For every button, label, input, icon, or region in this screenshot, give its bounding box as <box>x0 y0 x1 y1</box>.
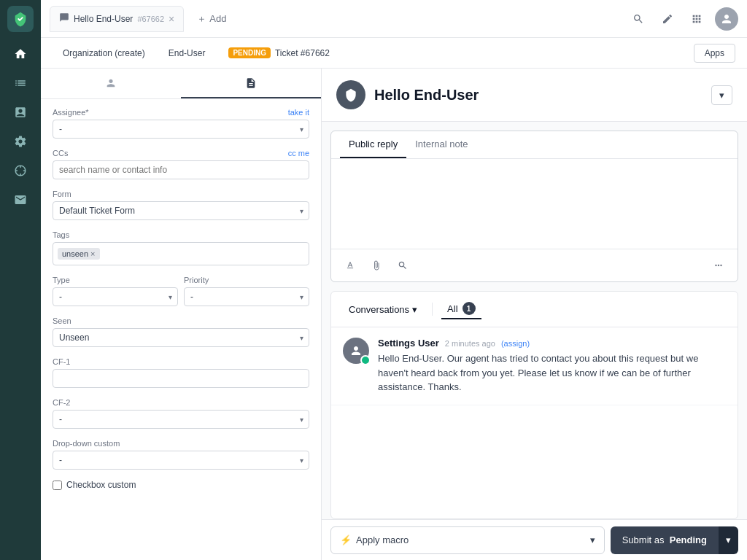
cf1-label: CF-1 <box>53 357 70 366</box>
panel-body: Assignee* take it - CCs cc me <box>41 99 321 560</box>
ticket-number-tab[interactable]: PENDING Ticket #67662 <box>218 43 340 63</box>
add-label: Add <box>209 13 226 24</box>
ticket-header: Hello End-User ▾ <box>322 69 747 122</box>
seen-select[interactable]: Unseen <box>53 328 309 347</box>
checkbox-custom-input[interactable] <box>53 481 62 490</box>
priority-select[interactable]: - <box>184 287 309 306</box>
nav-tickets-icon[interactable] <box>7 70 34 96</box>
all-tab[interactable]: All 1 <box>441 299 481 319</box>
message-text: Hello End-User. Our agent has tried to c… <box>378 351 726 394</box>
checkbox-custom-label[interactable]: Checkbox custom <box>53 480 309 490</box>
conv-divider <box>432 303 433 316</box>
ticket-dropdown-button[interactable]: ▾ <box>711 85 732 105</box>
ticket-tab-id: #67662 <box>137 15 164 23</box>
format-text-icon[interactable] <box>340 255 360 276</box>
conversations-tab[interactable]: Conversations ▾ <box>343 301 423 318</box>
avatar-status-badge <box>360 355 371 365</box>
compose-button[interactable] <box>657 8 678 30</box>
take-it-link[interactable]: take it <box>288 108 309 117</box>
nav-explore-icon[interactable] <box>7 158 34 184</box>
type-field: Type - <box>53 276 178 306</box>
macro-chevron-icon: ▾ <box>590 534 595 545</box>
internal-note-tab[interactable]: Internal note <box>406 131 476 158</box>
tab-close-icon[interactable]: × <box>169 14 174 24</box>
logo <box>7 6 34 32</box>
main-area: Hello End-User #67662 × ＋ Add Organiza <box>41 0 747 560</box>
assignee-field: Assignee* take it - <box>53 108 309 139</box>
cf2-select[interactable]: - <box>53 410 309 429</box>
reply-toolbar <box>331 249 738 281</box>
apps-button[interactable]: Apps <box>694 44 735 63</box>
nav-reports-icon[interactable] <box>7 99 34 125</box>
search-button[interactable] <box>627 8 649 30</box>
submit-pending-button[interactable]: Submit as Pending <box>611 526 719 554</box>
content-area: Assignee* take it - CCs cc me <box>41 69 747 560</box>
submit-dropdown-button[interactable]: ▾ <box>719 526 738 554</box>
apply-macro-label: Apply macro <box>356 534 409 545</box>
type-select[interactable]: - <box>53 287 178 306</box>
org-tab[interactable]: Organization (create) <box>53 44 155 63</box>
message-avatar <box>343 338 369 364</box>
submit-button-group: Submit as Pending ▾ <box>611 526 738 554</box>
nav-channels-icon[interactable] <box>7 187 34 213</box>
message-header: Settings User 2 minutes ago (assign) <box>378 338 726 349</box>
panel-tabs <box>41 69 321 99</box>
end-user-tab[interactable]: End-User <box>158 44 216 63</box>
priority-label: Priority <box>184 276 209 284</box>
assignee-label: Assignee* <box>53 108 89 117</box>
ticket-title: Hello End-User <box>374 87 703 104</box>
attach-icon[interactable] <box>366 255 387 276</box>
nav-sidebar <box>0 0 41 560</box>
message-sender: Settings User <box>378 338 439 349</box>
dropdown-custom-label: Drop-down custom <box>53 439 120 448</box>
cf1-input[interactable] <box>53 369 309 388</box>
reply-area: Public reply Internal note <box>330 131 738 282</box>
dropdown-custom-select[interactable]: - <box>53 451 309 470</box>
checkbox-custom-field: Checkbox custom <box>53 480 309 490</box>
ticket-tab[interactable]: Hello End-User #67662 × <box>50 6 184 32</box>
top-bar: Hello End-User #67662 × ＋ Add <box>41 0 747 38</box>
seen-label: Seen <box>53 316 71 325</box>
top-bar-right <box>627 7 738 31</box>
message-time: 2 minutes ago <box>445 339 495 348</box>
form-field: Form Default Ticket Form <box>53 190 309 220</box>
assignee-select[interactable]: - <box>53 120 309 139</box>
conversations-section: Conversations ▾ All 1 <box>330 291 738 519</box>
cc-me-link[interactable]: cc me <box>288 149 309 158</box>
tags-label: Tags <box>53 230 69 239</box>
panel-tab-ticket[interactable] <box>181 69 321 98</box>
message-item: Settings User 2 minutes ago (assign) Hel… <box>331 327 738 405</box>
reply-options-icon[interactable] <box>708 255 729 276</box>
apply-macro-button[interactable]: ⚡ Apply macro ▾ <box>330 526 605 554</box>
tag-close-icon[interactable]: × <box>90 249 95 258</box>
reply-tabs: Public reply Internal note <box>331 131 738 159</box>
all-count-badge: 1 <box>462 302 476 315</box>
pending-badge: PENDING <box>228 47 271 58</box>
search-reply-icon[interactable] <box>392 255 413 276</box>
reply-input[interactable] <box>331 159 738 246</box>
lightning-icon: ⚡ <box>340 534 352 545</box>
add-button[interactable]: ＋ Add <box>190 9 233 28</box>
form-select[interactable]: Default Ticket Form <box>53 201 309 220</box>
type-label: Type <box>53 276 70 284</box>
conversations-chevron-icon: ▾ <box>412 304 417 315</box>
nav-home-icon[interactable] <box>7 41 34 67</box>
left-panel: Assignee* take it - CCs cc me <box>41 69 322 560</box>
type-priority-row: Type - Priority <box>53 276 309 316</box>
tags-container[interactable]: unseen × <box>53 242 309 265</box>
ccs-field: CCs cc me <box>53 149 309 179</box>
cf2-label: CF-2 <box>53 398 70 407</box>
panel-tab-user[interactable] <box>41 69 181 98</box>
nav-settings-icon[interactable] <box>7 128 34 155</box>
public-reply-tab[interactable]: Public reply <box>340 131 406 158</box>
add-icon: ＋ <box>197 12 206 26</box>
ccs-input[interactable] <box>53 160 309 179</box>
ticket-tab-title: Hello End-User <box>74 14 133 24</box>
user-avatar[interactable] <box>715 7 738 31</box>
tags-field: Tags unseen × <box>53 230 309 265</box>
ccs-label: CCs <box>53 149 68 158</box>
apps-grid-button[interactable] <box>686 8 708 30</box>
assign-link[interactable]: (assign) <box>501 339 530 348</box>
tag-unseen[interactable]: unseen × <box>58 248 100 260</box>
cf2-field: CF-2 - <box>53 398 309 429</box>
